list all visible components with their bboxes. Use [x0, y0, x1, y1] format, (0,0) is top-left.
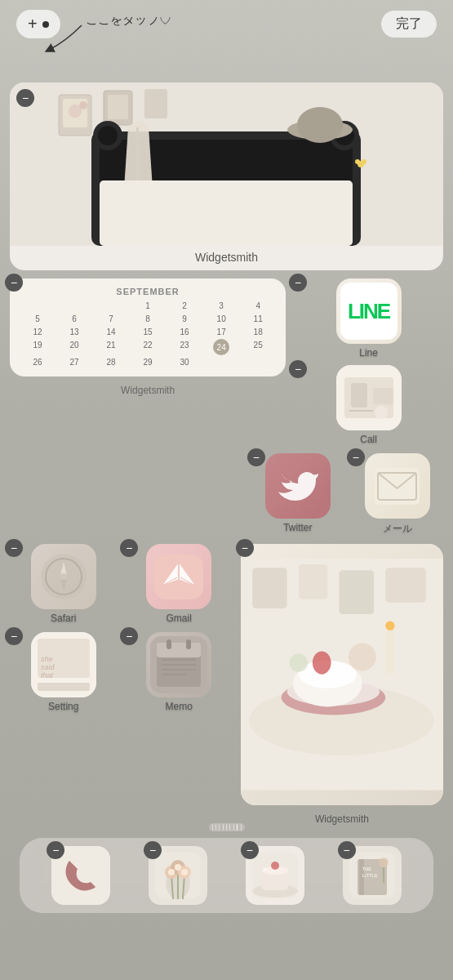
safari-compass-icon	[39, 552, 88, 601]
cal-d21: 21	[93, 339, 129, 355]
cal-d14: 14	[93, 326, 129, 338]
svg-text:she: she	[41, 655, 53, 663]
cal-d15: 15	[130, 326, 166, 338]
svg-point-11	[98, 126, 118, 145]
dots-container	[209, 823, 245, 831]
safari-icon[interactable]	[31, 544, 96, 609]
cal-empty2	[56, 300, 92, 312]
calendar-grid: 1 2 3 4 5 6 7 8 9 10 11 12 13	[20, 300, 276, 368]
remove-dock-cake[interactable]: −	[241, 841, 259, 859]
twitter-icon[interactable]	[265, 453, 331, 519]
svg-point-19	[362, 159, 366, 164]
svg-rect-65	[252, 568, 287, 608]
svg-point-4	[79, 101, 87, 109]
cal-d27: 27	[56, 356, 92, 368]
cal-d28: 28	[93, 356, 129, 368]
memo-label: Memo	[166, 701, 193, 712]
cal-d3: 3	[203, 300, 239, 312]
remove-safari[interactable]: −	[5, 539, 23, 557]
annotation-container: ここをタップ♡	[0, 42, 453, 82]
memo-icon[interactable]	[146, 632, 211, 697]
remove-call[interactable]: −	[289, 360, 307, 378]
row-twitter-mail: − Twitter − メール	[10, 453, 443, 536]
svg-point-81	[181, 869, 188, 875]
remove-memo[interactable]: −	[120, 627, 138, 645]
cal-d10: 10	[203, 313, 239, 325]
row-4: − Safari	[10, 544, 443, 805]
remove-twitter[interactable]: −	[247, 448, 265, 466]
call-icon[interactable]	[336, 365, 402, 430]
cal-d19: 19	[20, 339, 56, 355]
mail-app-item: − メール	[352, 453, 443, 536]
food-scene-svg	[241, 544, 443, 805]
svg-rect-26	[349, 410, 373, 412]
remove-mail[interactable]: −	[347, 448, 365, 466]
done-button[interactable]: 完了	[381, 11, 437, 38]
memo-calendar-icon	[150, 636, 207, 693]
cal-d18: 18	[240, 326, 276, 338]
svg-rect-51	[162, 664, 196, 666]
cal-d13: 13	[56, 326, 92, 338]
line-logo-bg: LINE	[340, 283, 397, 340]
gmail-app-item: − Gmail	[125, 544, 232, 624]
svg-point-79	[168, 869, 175, 875]
bedroom-scene	[10, 82, 443, 246]
cal-d11: 11	[240, 313, 276, 325]
cal-d29: 29	[130, 356, 166, 368]
widgetsmith-large-widget[interactable]	[241, 544, 443, 805]
calendar-widget-label: Widgetsmith	[10, 380, 286, 403]
arrow-annotation: ここをタップ♡	[24, 17, 188, 54]
cal-d4: 4	[240, 300, 276, 312]
cal-d7: 7	[93, 313, 129, 325]
dock-cake: −	[246, 846, 304, 905]
dock-book: − THE LITTLE	[343, 846, 402, 905]
gmail-paper-plane-icon	[154, 555, 203, 599]
svg-point-87	[271, 862, 279, 870]
annotation-text: ここをタップ♡	[86, 17, 171, 26]
mail-envelope-icon	[375, 468, 420, 505]
dock: − −	[20, 838, 433, 913]
remove-line[interactable]: −	[289, 274, 307, 292]
remove-widgetsmith3[interactable]: −	[236, 539, 254, 557]
widgetsmith-right-item: −	[241, 544, 443, 805]
cal-empty3	[93, 300, 129, 312]
left-apps-group: − Safari	[10, 544, 233, 805]
cal-d30: 30	[167, 356, 202, 368]
svg-point-33	[60, 573, 67, 580]
remove-setting[interactable]: −	[5, 627, 23, 645]
setting-icon[interactable]: she said that	[31, 632, 96, 697]
svg-rect-48	[167, 639, 171, 649]
cal-d24-today: 24	[213, 339, 229, 355]
calendar-month: SEPTEMBER	[20, 287, 276, 296]
safari-app-item: − Safari	[10, 544, 117, 624]
remove-top-widget[interactable]: −	[16, 89, 34, 107]
remove-dock-phone[interactable]: −	[47, 841, 64, 859]
call-label: Call	[360, 434, 377, 445]
dock-phone: −	[51, 846, 110, 905]
svg-text:THE: THE	[362, 866, 371, 871]
setting-app-item: − she said that	[10, 632, 117, 712]
safari-label: Safari	[51, 612, 76, 624]
gmail-icon[interactable]	[146, 544, 211, 609]
cal-d9: 9	[167, 313, 202, 325]
dock-flower: −	[149, 846, 207, 905]
svg-rect-23	[351, 383, 367, 408]
call-icon-svg	[336, 365, 402, 430]
top-widget[interactable]: −	[10, 82, 443, 270]
remove-dock-book[interactable]: −	[338, 841, 356, 859]
remove-dock-flower[interactable]: −	[144, 841, 162, 859]
food-scene	[241, 544, 443, 805]
svg-text:that: that	[41, 671, 54, 679]
setting-label: Setting	[48, 701, 78, 712]
cal-d2: 2	[167, 300, 202, 312]
remove-gmail[interactable]: −	[120, 539, 138, 557]
mail-icon[interactable]	[365, 453, 430, 519]
cal-d16: 16	[167, 326, 202, 338]
main-area: −	[0, 82, 453, 913]
svg-point-60	[349, 643, 376, 670]
calendar-widget[interactable]: SEPTEMBER 1 2 3 4 5 6 7	[10, 278, 286, 376]
line-icon[interactable]: LINE	[336, 278, 402, 344]
remove-calendar[interactable]: −	[5, 274, 23, 292]
dot-8-active	[237, 824, 238, 831]
line-label: Line	[359, 347, 378, 359]
